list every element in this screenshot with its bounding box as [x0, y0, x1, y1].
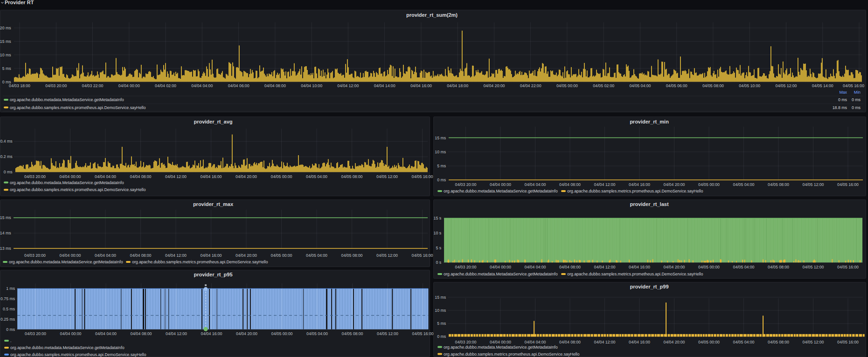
svg-text:Min: Min [854, 90, 861, 95]
svg-text:18.8 ms: 18.8 ms [833, 105, 847, 110]
svg-text:org.apache.dubbo.metadata.Meta: org.apache.dubbo.metadata.MetadataServic… [10, 97, 124, 102]
svg-text:0 s: 0 s [436, 260, 441, 265]
svg-text:04/05 00:00: 04/05 00:00 [271, 174, 292, 179]
svg-text:04/05 00:00: 04/05 00:00 [698, 265, 720, 269]
svg-text:org.apache.dubbo.samples.metri: org.apache.dubbo.samples.metrics.prometh… [10, 187, 146, 192]
svg-text:org.apache.dubbo.samples.metri: org.apache.dubbo.samples.metrics.prometh… [132, 260, 268, 264]
svg-text:04/04 12:00: 04/04 12:00 [165, 253, 187, 258]
svg-text:04/05 16:00: 04/05 16:00 [412, 331, 434, 336]
svg-text:04/05 00:00: 04/05 00:00 [698, 182, 720, 187]
svg-text:04/04 00:00: 04/04 00:00 [60, 331, 82, 336]
svg-text:04/04 16:00: 04/04 16:00 [410, 83, 432, 88]
svg-text:04/05 12:00: 04/05 12:00 [803, 265, 824, 269]
svg-text:04/05 10:00: 04/05 10:00 [739, 83, 760, 88]
svg-text:provider_rt_min: provider_rt_min [630, 119, 669, 124]
svg-text:04/04 20:00: 04/04 20:00 [483, 83, 505, 88]
svg-text:04/04 04:00: 04/04 04:00 [191, 83, 213, 88]
svg-text:04/03 20:00: 04/03 20:00 [24, 253, 46, 258]
svg-text:provider_rt_max: provider_rt_max [193, 201, 234, 207]
svg-text:0.25 ms: 0.25 ms [0, 317, 15, 322]
svg-text:04/04 22:00: 04/04 22:00 [520, 83, 542, 88]
svg-text:10 ms: 10 ms [435, 308, 446, 313]
svg-text:04/05 12:00: 04/05 12:00 [776, 83, 797, 88]
svg-text:04/04 08:00: 04/04 08:00 [264, 83, 286, 88]
svg-text:04/04 04:00: 04/04 04:00 [525, 265, 546, 269]
svg-text:04/05 08:00: 04/05 08:00 [768, 340, 789, 344]
svg-text:org.apache.dubbo.metadata.Meta: org.apache.dubbo.metadata.MetadataServic… [444, 272, 558, 276]
svg-text:04/04 08:00: 04/04 08:00 [130, 174, 152, 179]
svg-text:04/05 16:00: 04/05 16:00 [412, 253, 433, 258]
svg-text:04/04 00:00: 04/04 00:00 [60, 174, 81, 179]
svg-text:provider_rt_last: provider_rt_last [630, 201, 668, 207]
svg-text:04/03 20:00: 04/03 20:00 [24, 174, 46, 179]
svg-text:04/05 08:00: 04/05 08:00 [768, 182, 789, 187]
svg-text:04/04 08:00: 04/04 08:00 [559, 340, 581, 344]
svg-text:04/04 18:00: 04/04 18:00 [447, 83, 468, 88]
svg-text:04/03 18:00: 04/03 18:00 [9, 83, 30, 88]
svg-text:04/05 14:00: 04/05 14:00 [812, 83, 833, 88]
svg-text:5 ms: 5 ms [2, 66, 11, 71]
svg-text:04/05 00:00: 04/05 00:00 [271, 331, 293, 336]
svg-text:04/05 04:00: 04/05 04:00 [733, 340, 755, 344]
svg-text:04/05 12:00: 04/05 12:00 [377, 331, 398, 336]
svg-text:04/05 16:00: 04/05 16:00 [412, 174, 433, 179]
svg-text:04/05 12:00: 04/05 12:00 [376, 253, 398, 258]
svg-text:0 ms: 0 ms [4, 170, 13, 174]
svg-text:04/04 08:00: 04/04 08:00 [130, 253, 152, 258]
svg-text:04/04 12:00: 04/04 12:00 [165, 174, 187, 179]
svg-text:04/05 04:00: 04/05 04:00 [733, 265, 755, 269]
svg-text:04/03 20:00: 04/03 20:00 [455, 340, 477, 344]
svg-text:04/04 00:00: 04/04 00:00 [490, 265, 511, 269]
svg-text:20 ms: 20 ms [0, 26, 11, 30]
svg-text:provider_rt_sum(2m): provider_rt_sum(2m) [406, 12, 458, 18]
svg-text:04/05 00:00: 04/05 00:00 [698, 340, 720, 344]
svg-text:04/04 10:00: 04/04 10:00 [301, 83, 322, 88]
svg-text:Max: Max [839, 90, 847, 95]
svg-text:04/05 00:00: 04/05 00:00 [556, 83, 578, 88]
svg-text:org.apache.dubbo.metadata.Meta: org.apache.dubbo.metadata.MetadataServic… [444, 345, 558, 350]
svg-text:04/04 12:00: 04/04 12:00 [337, 83, 359, 88]
svg-text:04/04 16:00: 04/04 16:00 [629, 340, 650, 344]
svg-text:04/04 04:00: 04/04 04:00 [525, 340, 546, 344]
svg-text:04/04 04:00: 04/04 04:00 [95, 174, 116, 179]
svg-text:0 ms: 0 ms [852, 105, 861, 110]
svg-text:15 ms: 15 ms [435, 295, 446, 300]
svg-text:04/05 04:00: 04/05 04:00 [629, 83, 651, 88]
svg-text:15 s: 15 s [434, 216, 442, 220]
svg-text:04/05 16:00: 04/05 16:00 [837, 340, 859, 344]
svg-text:org.apache.dubbo.samples.metri: org.apache.dubbo.samples.metrics.prometh… [567, 272, 703, 276]
svg-text:04/04 16:00: 04/04 16:00 [629, 182, 650, 187]
svg-text:04/03 22:00: 04/03 22:00 [82, 83, 104, 88]
svg-text:04/04 20:00: 04/04 20:00 [664, 182, 685, 187]
svg-text:org.apache.dubbo.metadata.Meta: org.apache.dubbo.metadata.MetadataServic… [9, 260, 123, 264]
svg-text:04/05 16:00: 04/05 16:00 [837, 265, 859, 269]
svg-text:04/04 12:00: 04/04 12:00 [594, 182, 616, 187]
svg-text:org.apache.dubbo.samples.metri: org.apache.dubbo.samples.metrics.prometh… [10, 352, 146, 357]
svg-text:04/05 04:00: 04/05 04:00 [306, 253, 327, 258]
svg-text:04/05 04:00: 04/05 04:00 [733, 182, 755, 187]
svg-text:04/04 00:00: 04/04 00:00 [118, 83, 140, 88]
svg-text:0.2 ms: 0.2 ms [0, 154, 13, 159]
svg-text:org.apache.dubbo.samples.metri: org.apache.dubbo.samples.metrics.prometh… [10, 105, 146, 110]
svg-text:04/03 20:00: 04/03 20:00 [25, 331, 46, 336]
svg-text:15 ms: 15 ms [0, 39, 11, 44]
svg-text:provider_rt_avg: provider_rt_avg [194, 119, 232, 124]
svg-text:14 ms: 14 ms [0, 231, 11, 235]
svg-text:04/05 00:00: 04/05 00:00 [271, 253, 292, 258]
svg-text:04/03 20:00: 04/03 20:00 [455, 265, 477, 269]
svg-text:org.apache.dubbo.metadata.Meta: org.apache.dubbo.metadata.MetadataServic… [10, 180, 124, 185]
svg-text:04/05 08:00: 04/05 08:00 [702, 83, 724, 88]
svg-text:04/05 08:00: 04/05 08:00 [341, 253, 363, 258]
svg-text:0 ms: 0 ms [437, 178, 446, 182]
svg-text:04/04 16:00: 04/04 16:00 [201, 331, 222, 336]
svg-text:04/03 20:00: 04/03 20:00 [45, 83, 67, 88]
svg-text:04/05 06:00: 04/05 06:00 [666, 83, 687, 88]
svg-text:04/04 04:00: 04/04 04:00 [95, 331, 117, 336]
svg-text:04/05 08:00: 04/05 08:00 [342, 331, 363, 336]
svg-text:10 ms: 10 ms [0, 53, 11, 57]
svg-text:04/04 12:00: 04/04 12:00 [594, 340, 616, 344]
svg-text:provider_rt_p99: provider_rt_p99 [630, 284, 668, 289]
svg-text:org.apache.dubbo.metadata.Meta: org.apache.dubbo.metadata.MetadataServic… [10, 345, 125, 350]
svg-text:10 ms: 10 ms [435, 150, 446, 154]
svg-text:04/05 04:00: 04/05 04:00 [306, 331, 328, 336]
